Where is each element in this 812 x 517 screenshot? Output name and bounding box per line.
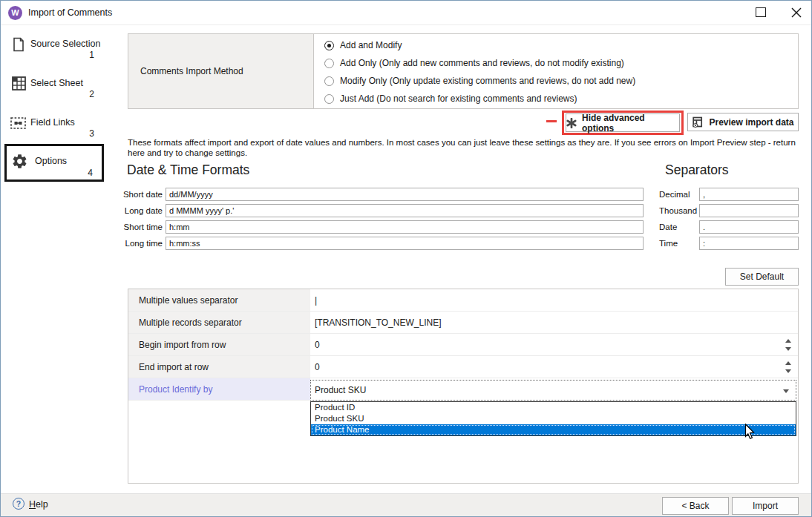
short-time-label: Short time	[105, 223, 163, 231]
table-row-multiple-records-separator: Multiple records separator [TRANSITION_T…	[128, 312, 798, 334]
step-number: 1	[78, 50, 94, 60]
spin-down-icon[interactable]	[785, 347, 791, 351]
step-number: 2	[78, 89, 94, 99]
sidebar-item-source-selection[interactable]: Source Selection	[1, 37, 112, 62]
multiple-records-separator-field[interactable]: [TRANSITION_TO_NEW_LINE]	[310, 312, 798, 333]
preview-import-data-label: Preview import data	[709, 117, 793, 128]
decimal-separator-label: Decimal	[659, 190, 690, 199]
spin-down-icon[interactable]	[785, 369, 791, 373]
radio-label: Just Add (Do not search for existing com…	[340, 93, 577, 104]
row-spinner[interactable]	[783, 334, 793, 356]
sidebar-item-label: Select Sheet	[30, 78, 83, 88]
radio-modify-only[interactable]: Modify Only (Only update existing commen…	[324, 72, 798, 90]
begin-import-from-row-field[interactable]: 0	[310, 334, 798, 355]
sidebar-item-label: Field Links	[30, 117, 75, 128]
step-number: 4	[76, 168, 93, 178]
long-time-label: Long time	[105, 239, 163, 248]
field-value: 0	[315, 362, 320, 372]
long-date-label: Long date	[105, 206, 163, 215]
close-icon	[789, 5, 804, 20]
gear-icon	[11, 153, 28, 173]
table-row-begin-import-from-row: Begin import from row 0	[128, 334, 798, 356]
time-separator-label: Time	[659, 239, 678, 248]
short-date-input[interactable]	[166, 188, 644, 201]
sidebar-item-select-sheet[interactable]: Select Sheet	[1, 76, 112, 102]
sidebar-item-label: Source Selection	[30, 39, 101, 49]
spin-up-icon[interactable]	[785, 339, 791, 343]
field-value: 0	[315, 340, 320, 350]
comments-import-method-label: Comments Import Method	[128, 34, 314, 108]
chevron-down-icon[interactable]	[783, 389, 789, 393]
preview-import-data-button[interactable]: Preview import data	[687, 113, 799, 131]
spreadsheet-icon	[12, 76, 26, 93]
field-links-icon	[10, 117, 26, 132]
radio-icon	[324, 76, 334, 86]
help-link[interactable]: Help	[29, 499, 48, 510]
step-number: 3	[78, 128, 94, 139]
radio-just-add[interactable]: Just Add (Do not search for existing com…	[324, 90, 798, 108]
product-identify-by-combobox[interactable]: Product SKU	[310, 380, 796, 401]
sidebar-item-label: Options	[35, 156, 67, 166]
row-label: Product Identify by	[128, 378, 310, 400]
radio-icon	[324, 94, 334, 104]
window-title: Import of Comments	[28, 7, 112, 18]
sidebar-item-field-links[interactable]: Field Links	[1, 116, 112, 141]
thousand-separator-label: Thousand	[659, 206, 697, 215]
table-row-end-import-at-row: End import at row 0	[128, 356, 798, 378]
table-eye-icon	[692, 116, 704, 128]
radio-add-only[interactable]: Add Only (Only add new comments and revi…	[324, 54, 798, 72]
radio-add-and-modify[interactable]: Add and Modify	[324, 36, 798, 54]
import-of-comments-dialog: W Import of Comments Source Selection 1 …	[0, 0, 812, 517]
radio-icon	[324, 41, 334, 50]
back-button[interactable]: < Back	[662, 497, 729, 515]
help-accesskey: H	[29, 499, 36, 510]
footer-bar: ? Help < Back Import	[1, 493, 811, 517]
annotation-dash	[546, 120, 557, 122]
set-default-button[interactable]: Set Default	[725, 268, 799, 286]
help-icon[interactable]: ?	[13, 498, 24, 510]
separators-heading: Separators	[665, 162, 729, 178]
radio-label: Modify Only (Only update existing commen…	[340, 76, 635, 86]
hide-advanced-options-button[interactable]: Hide advanced options	[566, 113, 680, 132]
decimal-separator-input[interactable]	[699, 188, 799, 201]
short-time-input[interactable]	[166, 220, 644, 234]
row-label: Begin import from row	[128, 334, 310, 355]
radio-label: Add Only (Only add new comments and revi…	[340, 58, 624, 68]
thousand-separator-input[interactable]	[699, 204, 799, 217]
row-label: Multiple values separator	[128, 289, 310, 311]
row-spinner[interactable]	[783, 356, 793, 378]
row-label: Multiple records separator	[128, 312, 310, 333]
maximize-button[interactable]	[756, 7, 766, 17]
date-separator-input[interactable]	[699, 220, 799, 234]
import-button[interactable]: Import	[732, 497, 799, 515]
date-time-formats-heading: Date & Time Formats	[127, 162, 249, 178]
title-bar: W Import of Comments	[1, 1, 811, 25]
app-logo-icon: W	[8, 6, 22, 20]
date-separator-label: Date	[659, 223, 677, 231]
radio-icon	[324, 59, 334, 68]
close-button[interactable]	[789, 5, 804, 20]
document-icon	[12, 37, 25, 55]
mouse-cursor-icon	[744, 424, 757, 441]
comments-import-method-group: Comments Import Method Add and Modify Ad…	[128, 33, 799, 109]
formats-description: These formats affect import and export o…	[128, 137, 805, 158]
long-time-input[interactable]	[166, 237, 644, 250]
row-label: End import at row	[128, 356, 310, 378]
dropdown-option-product-name[interactable]: Product Name	[311, 424, 796, 435]
hide-advanced-options-label: Hide advanced options	[582, 113, 679, 134]
time-separator-input[interactable]	[699, 237, 799, 250]
help-rest: elp	[36, 499, 48, 510]
short-date-label: Short date	[105, 190, 163, 199]
product-identify-by-dropdown: Product ID Product SKU Product Name	[310, 401, 796, 436]
radio-label: Add and Modify	[340, 40, 402, 50]
dropdown-option-product-id[interactable]: Product ID	[311, 402, 796, 413]
table-row-multiple-values-separator: Multiple values separator |	[128, 289, 798, 312]
combobox-value: Product SKU	[315, 385, 366, 395]
asterisk-icon	[566, 118, 577, 128]
end-import-at-row-field[interactable]: 0	[310, 356, 798, 378]
spin-up-icon[interactable]	[785, 361, 791, 365]
dropdown-option-product-sku[interactable]: Product SKU	[311, 413, 796, 424]
import-method-radios: Add and Modify Add Only (Only add new co…	[314, 34, 798, 108]
long-date-input[interactable]	[166, 204, 644, 217]
multiple-values-separator-field[interactable]: |	[310, 289, 798, 311]
